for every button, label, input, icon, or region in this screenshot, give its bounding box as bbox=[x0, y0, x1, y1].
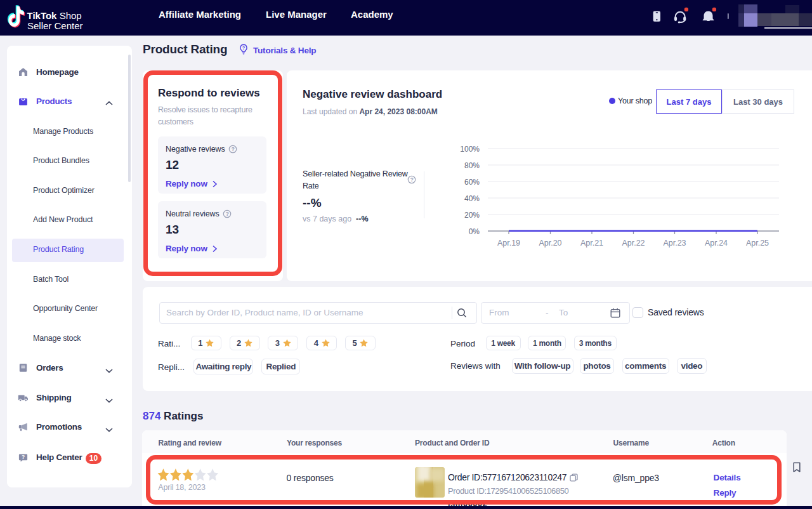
svg-text:20%: 20% bbox=[464, 211, 480, 220]
svg-text:Apr.21: Apr.21 bbox=[580, 239, 603, 248]
svg-text:?: ? bbox=[410, 176, 414, 183]
svg-text:Seller Center: Seller Center bbox=[27, 20, 83, 31]
svg-text:Apr.19: Apr.19 bbox=[497, 239, 520, 248]
svg-text:60%: 60% bbox=[464, 178, 480, 187]
svg-text:?: ? bbox=[22, 454, 25, 460]
svg-text:Apr.23: Apr.23 bbox=[663, 239, 686, 248]
svg-text:Apr.20: Apr.20 bbox=[539, 239, 561, 248]
svg-text:0%: 0% bbox=[469, 227, 480, 236]
svg-text:100%: 100% bbox=[460, 145, 480, 154]
svg-text:TikTok Shop: TikTok Shop bbox=[27, 10, 82, 21]
svg-text:Apr.22: Apr.22 bbox=[622, 239, 645, 248]
svg-text:40%: 40% bbox=[464, 194, 480, 203]
svg-text:Apr.24: Apr.24 bbox=[705, 239, 728, 248]
svg-text:?: ? bbox=[242, 45, 246, 51]
svg-text:Apr.25: Apr.25 bbox=[746, 239, 769, 248]
svg-text:80%: 80% bbox=[464, 161, 480, 170]
